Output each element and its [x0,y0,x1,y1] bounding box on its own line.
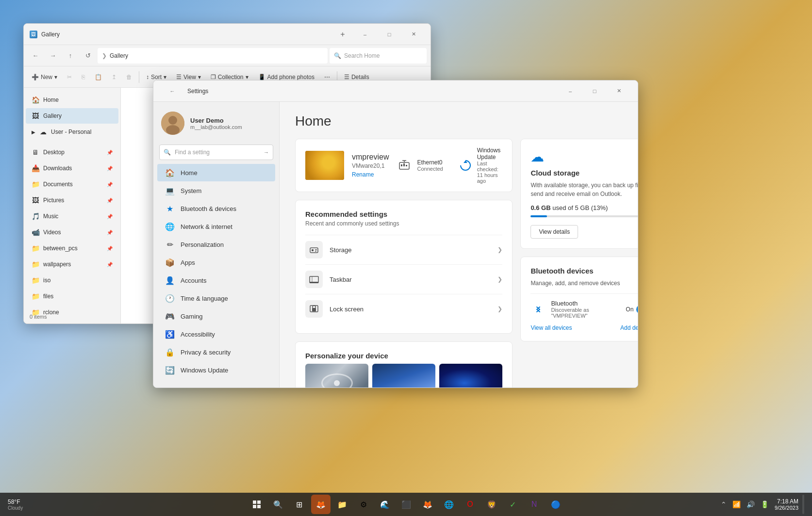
add-device-label: Add device [620,324,638,331]
settings-nav-accounts[interactable]: 👤 Accounts [157,272,275,289]
maximize-button[interactable]: □ [378,27,400,42]
paste-button[interactable]: 📋 [91,69,106,85]
new-tab-button[interactable]: + [335,27,350,42]
settings-nav-time[interactable]: 🕐 Time & language [157,290,275,307]
address-bar[interactable]: ❯ Gallery [98,48,328,64]
taskbar-app-terminal[interactable]: ⬛ [397,495,416,514]
sidebar-item-documents[interactable]: 📁 Documents 📌 [26,177,118,192]
settings-nav-system[interactable]: 💻 System [157,182,275,199]
settings-nav-home[interactable]: 🏠 Home [157,164,275,181]
sidebar-item-music[interactable]: 🎵 Music 📌 [26,209,118,224]
personalize-title: Personalize your device [305,352,502,360]
wallpaper-2[interactable] [372,364,435,387]
device-rename-link[interactable]: Rename [352,171,389,178]
copy-button[interactable]: ⎘ [78,69,89,85]
taskbar-app-firefox[interactable]: 🦊 [418,495,437,514]
volume-icon[interactable]: 🔊 [745,499,757,510]
taskbar-row[interactable]: Taskbar ❯ [305,264,502,294]
pin-icon-6: 📌 [107,230,113,235]
sidebar-item-downloads[interactable]: 📥 Downloads 📌 [26,161,118,176]
wallpaper-3[interactable] [439,364,502,387]
share-button[interactable]: ↥ [108,69,120,85]
bluetooth-toggle[interactable] [636,305,638,314]
settings-close-button[interactable]: ✕ [608,84,630,98]
taskbar-app-chrome[interactable]: 🌐 [439,495,459,514]
sidebar-item-desktop[interactable]: 🖥 Desktop 📌 [26,145,118,160]
battery-icon[interactable]: 🔋 [759,499,771,510]
taskbar-app-edge[interactable]: 🌊 [375,495,395,514]
show-desktop-button[interactable] [802,495,804,514]
taskbar-taskview[interactable]: ⊞ [290,495,309,514]
sidebar-item-pictures[interactable]: 🖼 Pictures 📌 [26,193,118,208]
close-button[interactable]: ✕ [402,27,425,42]
chevron-up-icon[interactable]: ⌃ [719,499,729,510]
sidebar-between-pcs-label: between_pcs [43,245,78,252]
taskbar-app-files[interactable]: 📁 [332,495,352,514]
lockscreen-label: Lock screen [330,306,497,313]
taskbar-app-settings[interactable]: ⚙ [354,495,373,514]
settings-nav-apps[interactable]: 📦 Apps [157,254,275,271]
page-title: Home [295,113,622,129]
sidebar-pictures-label: Pictures [43,197,64,204]
cut-button[interactable]: ✂ [63,69,76,85]
taskbar-app-opera[interactable]: O [461,495,480,514]
settings-nav-time-label: Time & language [181,295,228,302]
expand-icon: ▶ [32,129,35,135]
taskbar-search[interactable]: 🔍 [268,495,288,514]
taskbar-app-edge-orange[interactable]: 🦊 [311,495,331,514]
wallpaper-1[interactable] [305,364,368,387]
network-icon[interactable]: 📶 [730,499,743,510]
wallpaper-grid [305,364,502,387]
add-device-link[interactable]: Add device ❯ [620,324,638,331]
bluetooth-icon [530,302,546,317]
search-box[interactable]: 🔍 Search Home [330,48,427,64]
storage-row[interactable]: Storage ❯ [305,235,502,264]
sidebar-item-gallery[interactable]: 🖼 Gallery [26,108,118,124]
sidebar-item-files[interactable]: 📁 files [26,289,118,304]
settings-back-button[interactable]: ← [161,84,183,98]
refresh-button[interactable]: ↺ [80,48,96,64]
settings-titlebar: ← Settings – □ ✕ [153,81,638,102]
taskbar-sys-icons: ⌃ 📶 🔊 🔋 [719,499,771,510]
sidebar-item-iso[interactable]: 📁 iso [26,273,118,288]
taskbar-app-onenote[interactable]: N [525,495,544,514]
forward-button[interactable]: → [45,48,61,64]
sidebar-item-scripts[interactable]: 📁 Scripts [26,321,118,323]
sidebar-item-home[interactable]: 🏠 Home [26,92,118,108]
lockscreen-row[interactable]: Lock screen ❯ [305,294,502,323]
settings-nav-bluetooth[interactable]: ★ Bluetooth & devices [157,200,275,217]
lockscreen-row-icon [305,300,323,318]
ethernet-status-text: Ethernet0 Connected [417,159,443,172]
settings-nav-windows-update[interactable]: 🔄 Windows Update [157,361,275,379]
settings-nav-network[interactable]: 🌐 Network & internet [157,218,275,235]
taskbar-app-check[interactable]: ✓ [503,495,523,514]
settings-nav-privacy[interactable]: 🔒 Privacy & security [157,343,275,361]
sidebar-item-wallpapers[interactable]: 📁 wallpapers 📌 [26,257,118,272]
sidebar-videos-label: Videos [43,229,61,236]
update-label: Windows Update [477,147,503,161]
start-button[interactable] [247,495,266,514]
sidebar-item-user-personal[interactable]: ▶ ☁ User - Personal [26,124,118,140]
minimize-button[interactable]: – [354,27,376,42]
settings-nav-personalization[interactable]: ✏ Personalization [157,236,275,253]
new-button[interactable]: ➕ New ▾ [28,69,61,85]
view-all-devices-link[interactable]: View all devices [530,324,620,331]
settings-minimize-button[interactable]: – [559,84,581,98]
svg-rect-19 [253,500,256,504]
settings-maximize-button[interactable]: □ [583,84,606,98]
settings-nav-gaming[interactable]: 🎮 Gaming [157,307,275,325]
taskbar-time[interactable]: 7:18 AM 9/26/2023 [775,498,798,511]
up-button[interactable]: ↑ [63,48,78,64]
settings-nav-accessibility[interactable]: ♿ Accessibility [157,325,275,343]
taskbar-app-brave[interactable]: 🦁 [482,495,501,514]
back-button[interactable]: ← [28,48,43,64]
view-details-button[interactable]: View details [530,225,578,239]
settings-search[interactable]: 🔍 Find a setting → [159,145,273,160]
pin-icon-2: 📌 [107,166,113,171]
taskbar-weather[interactable]: 58°F Cloudy [8,499,23,511]
phone-icon: 📱 [258,74,265,81]
taskbar-app-misc[interactable]: 🔵 [546,495,565,514]
sidebar-item-between-pcs[interactable]: 📁 between_pcs 📌 [26,241,118,256]
sidebar-item-videos[interactable]: 📹 Videos 📌 [26,225,118,240]
delete-button[interactable]: 🗑 [122,69,136,85]
